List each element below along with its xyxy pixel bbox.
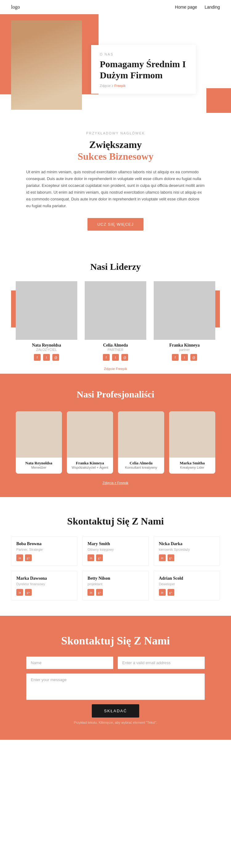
prof-card-1: Franka Kinneya Współzałożyciel + Agent — [67, 411, 113, 474]
leaders-photo-credit: Zdjęcie Freepik — [11, 361, 220, 374]
cc-name-4: Betty Nilson — [88, 576, 143, 581]
contact-card-0: Boba Browna Partner, Strategie in g+ — [11, 536, 77, 566]
social-tw-1[interactable]: t — [112, 354, 119, 361]
cc-name-0: Boba Browna — [16, 541, 72, 547]
leader-role-1: PARTNER — [85, 348, 146, 351]
contact-cards-grid: Boba Browna Partner, Strategie in g+ Mar… — [11, 536, 220, 600]
cc-icons-2: in g+ — [159, 554, 215, 561]
cc-icons-5: in g+ — [159, 589, 215, 596]
cc-icon-g-5[interactable]: g+ — [168, 589, 174, 596]
contact-card-2: Nicka Darka kierownik Sprzedaży in g+ — [154, 536, 220, 566]
social-ig-2[interactable]: @ — [190, 354, 197, 361]
hero-o-nas-label: O NAS — [100, 53, 187, 56]
submit-button[interactable]: SKŁADAĆ — [92, 704, 139, 717]
social-ig-1[interactable]: @ — [121, 354, 128, 361]
cc-role-0: Partner, Strategie — [16, 548, 72, 551]
cc-role-4: projektant — [88, 582, 143, 586]
prof-card-0: Nata Reynoldsa Menedżer — [16, 411, 62, 474]
leader-photo-0 — [16, 281, 77, 340]
nav-link-landing[interactable]: Landing — [204, 5, 220, 9]
cc-icon-g-2[interactable]: g+ — [168, 554, 174, 561]
prof-name-2: Celia Almeda — [118, 461, 164, 466]
cc-icon-in-5[interactable]: in — [159, 589, 166, 596]
cc-icons-3: in g+ — [16, 589, 72, 596]
cc-icon-g-1[interactable]: g+ — [96, 554, 103, 561]
cc-icon-in-0[interactable]: in — [16, 554, 23, 561]
form-row-1 — [26, 656, 205, 669]
section2-title: Zwiększamy Sukces Biznesowy — [11, 139, 220, 162]
cc-role-3: Dyrektor finansowy — [16, 582, 72, 586]
cc-icon-g-0[interactable]: g+ — [25, 554, 32, 561]
navbar: logo Home page Landing — [0, 0, 231, 14]
prof-card-3: Marka Smitha Kreatywny Lider — [169, 411, 215, 474]
section-contact-form: Skontaktuj Się Z Nami SKŁADAĆ Przykład t… — [0, 616, 231, 740]
contact-form: SKŁADAĆ — [26, 656, 205, 717]
cc-icon-in-4[interactable]: in — [88, 589, 94, 596]
prof-role-3: Kreatywny Lider — [169, 466, 215, 469]
social-ig-0[interactable]: @ — [52, 354, 59, 361]
hero-section: O NAS Pomagamy Średnim I Dużym Firmom Zd… — [0, 14, 231, 113]
leaders-grid-wrapper: Nata Reynoldsa ZAŁOŻYCIEL f t @ Celia Al… — [11, 281, 220, 361]
leaders-grid: Nata Reynoldsa ZAŁOŻYCIEL f t @ Celia Al… — [11, 281, 220, 361]
leader-role-0: ZAŁOŻYCIEL — [16, 348, 77, 351]
prof-card-2: Celia Almeda Konsultant kreatywny — [118, 411, 164, 474]
form-note: Przykład tekstu. Kliknięcie, aby wybrać … — [11, 721, 220, 724]
contact-grid-title: Skontaktuj Się Z Nami — [11, 516, 220, 527]
cc-role-5: Deweloper — [159, 582, 215, 586]
cc-icon-in-2[interactable]: in — [159, 554, 166, 561]
leader-card-0: Nata Reynoldsa ZAŁOŻYCIEL f t @ — [16, 281, 77, 361]
cc-icon-g-3[interactable]: g+ — [25, 589, 32, 596]
hero-freepik-link[interactable]: Freepik — [114, 84, 126, 88]
contact-card-4: Betty Nilson projektant in g+ — [82, 571, 148, 600]
prof-role-1: Współzałożyciel + Agent — [67, 466, 113, 469]
hero-title: Pomagamy Średnim I Dużym Firmom — [100, 59, 187, 81]
leader-social-0: f t @ — [16, 354, 77, 361]
leaders-freepik-link[interactable]: Zdjęcie Freepik — [104, 367, 127, 371]
prof-name-1: Franka Kinneya — [67, 461, 113, 466]
social-fb-0[interactable]: f — [34, 354, 41, 361]
learn-more-button[interactable]: UCZ SIĘ WIĘCEJ — [88, 218, 143, 230]
leader-photo-1 — [85, 281, 146, 340]
cc-icons-0: in g+ — [16, 554, 72, 561]
leader-name-0: Nata Reynoldsa — [16, 343, 77, 348]
contact-card-1: Mary Smith Główny księgowy in g+ — [82, 536, 148, 566]
leader-social-1: f t @ — [85, 354, 146, 361]
cc-icon-in-3[interactable]: in — [16, 589, 23, 596]
cc-icons-4: in g+ — [88, 589, 143, 596]
hero-bottom-rect — [206, 88, 231, 113]
cc-name-1: Mary Smith — [88, 541, 143, 547]
section2-body: Ut enim ad minim veniam, quis nostrud ex… — [26, 169, 205, 210]
prof-photo-3 — [169, 411, 215, 458]
cc-icons-1: in g+ — [88, 554, 143, 561]
prof-photo-0 — [16, 411, 62, 458]
social-fb-1[interactable]: f — [103, 354, 110, 361]
cc-role-2: kierownik Sprzedaży — [159, 548, 215, 551]
message-input[interactable] — [26, 674, 205, 700]
cc-name-3: Marka Dawsona — [16, 576, 72, 581]
social-fb-2[interactable]: f — [172, 354, 179, 361]
nav-logo: logo — [11, 4, 20, 10]
section-zwieksz: PRZYKŁADOWY NAGŁÓWEK Zwiększamy Sukces B… — [0, 113, 231, 246]
leader-photo-2 — [154, 281, 215, 340]
name-input[interactable] — [26, 656, 113, 669]
cc-icon-in-1[interactable]: in — [88, 554, 94, 561]
social-tw-2[interactable]: t — [181, 354, 188, 361]
professionals-freepik-link[interactable]: Zdjęcia z Freepik — [103, 481, 128, 485]
section-professionals: Nasi Profesjonaliści Nata Reynoldsa Mene… — [0, 374, 231, 497]
contact-card-5: Adrian Scold Deweloper in g+ — [154, 571, 220, 600]
cc-role-1: Główny księgowy — [88, 548, 143, 551]
cc-icon-g-4[interactable]: g+ — [96, 589, 103, 596]
hero-photo-credit: Zdjęcie z Freepik — [100, 84, 187, 88]
leader-role-2: partner — [154, 348, 215, 351]
prof-role-0: Menedżer — [16, 466, 62, 469]
leader-social-2: f t @ — [154, 354, 215, 361]
hero-image — [11, 20, 82, 110]
hero-person-photo — [11, 20, 82, 110]
social-tw-0[interactable]: t — [43, 354, 50, 361]
prof-name-0: Nata Reynoldsa — [16, 461, 62, 466]
section2-sublabel: PRZYKŁADOWY NAGŁÓWEK — [11, 131, 220, 135]
leader-card-1: Celia Almeda PARTNER f t @ — [85, 281, 146, 361]
email-input[interactable] — [118, 656, 205, 669]
nav-link-home[interactable]: Home page — [175, 5, 197, 9]
professionals-title: Nasi Profesjonaliści — [11, 389, 220, 400]
